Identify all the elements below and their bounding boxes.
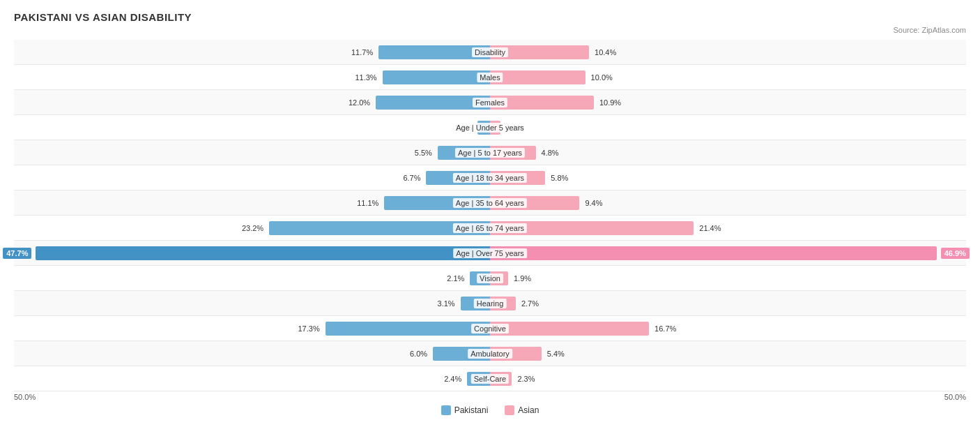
chart-row: 11.3%10.0%Males	[14, 65, 966, 90]
bar-pakistani	[36, 246, 490, 260]
axis-right: 50.0%	[944, 393, 966, 401]
chart-row: 3.1%2.7%Hearing	[14, 291, 966, 316]
value-pakistani: 3.1%	[438, 299, 458, 308]
bar-asian	[490, 246, 937, 260]
row-label: Age | 65 to 74 years	[453, 223, 527, 233]
value-pakistani: 17.3%	[298, 324, 322, 333]
value-asian: 21.4%	[696, 224, 721, 232]
legend-pakistani-box	[441, 405, 451, 415]
chart-row: 2.4%2.3%Self-Care	[14, 366, 966, 391]
chart-row: 6.7%5.8%Age | 18 to 34 years	[14, 165, 966, 190]
legend: Pakistani Asian	[14, 405, 966, 415]
chart-row: 23.2%21.4%Age | 65 to 74 years	[14, 216, 966, 241]
chart-row: 6.0%5.4%Ambulatory	[14, 341, 966, 366]
row-label: Vision	[477, 274, 503, 283]
value-asian: 2.3%	[514, 375, 535, 383]
row-label: Age | 35 to 64 years	[453, 198, 527, 208]
row-label: Age | 18 to 34 years	[453, 173, 527, 183]
legend-asian-label: Asian	[518, 405, 539, 415]
axis-labels: 50.0% 50.0%	[14, 393, 966, 401]
value-asian: 9.4%	[582, 199, 602, 207]
value-asian: 10.4%	[592, 48, 616, 57]
chart-area: 11.7%10.4%Disability11.3%10.0%Males12.0%…	[14, 40, 966, 391]
value-asian: 5.8%	[548, 174, 568, 182]
chart-row: 11.1%9.4%Age | 35 to 64 years	[14, 190, 966, 216]
chart-row: 11.7%10.4%Disability	[14, 40, 966, 65]
legend-pakistani-label: Pakistani	[454, 405, 489, 415]
value-pakistani: 11.7%	[351, 48, 376, 57]
legend-asian: Asian	[505, 405, 539, 415]
row-label: Disability	[472, 47, 508, 57]
row-label: Females	[473, 98, 507, 107]
row-label: Age | 5 to 17 years	[455, 148, 525, 158]
value-asian: 46.9%	[941, 248, 970, 259]
row-label: Self-Care	[471, 374, 509, 384]
value-asian: 1.9%	[511, 274, 531, 283]
value-asian: 10.0%	[588, 73, 613, 82]
value-pakistani: 47.7%	[3, 248, 31, 259]
chart-row: 47.7%46.9%Age | Over 75 years	[14, 241, 966, 266]
value-pakistani: 6.0%	[410, 350, 430, 358]
value-asian: 16.7%	[652, 324, 676, 333]
chart-row: 17.3%16.7%Cognitive	[14, 316, 966, 341]
value-pakistani: 12.0%	[349, 98, 373, 107]
chart-title: PAKISTANI VS ASIAN DISABILITY	[14, 11, 966, 23]
legend-asian-box	[505, 405, 514, 415]
bar-pakistani	[326, 322, 490, 336]
bar-asian	[490, 70, 585, 84]
value-asian: 10.9%	[597, 98, 621, 107]
row-label: Hearing	[474, 299, 507, 308]
value-asian: 5.4%	[544, 350, 565, 358]
row-label: Cognitive	[471, 324, 509, 334]
value-pakistani: 6.7%	[403, 174, 423, 182]
value-pakistani: 2.4%	[444, 375, 464, 383]
chart-row: 5.5%4.8%Age | 5 to 17 years	[14, 140, 966, 165]
value-pakistani: 2.1%	[447, 274, 467, 283]
chart-row: 1.3%1.1%Age | Under 5 years	[14, 115, 966, 140]
source-label: Source: ZipAtlas.com	[14, 26, 966, 34]
chart-row: 12.0%10.9%Females	[14, 90, 966, 115]
bar-pakistani	[383, 70, 490, 84]
value-pakistani: 11.3%	[355, 73, 379, 82]
row-label: Age | Over 75 years	[453, 248, 527, 258]
legend-pakistani: Pakistani	[441, 405, 489, 415]
value-pakistani: 11.1%	[357, 199, 381, 207]
row-label: Age | Under 5 years	[453, 123, 527, 133]
bar-asian	[490, 322, 649, 336]
row-label: Males	[477, 73, 503, 82]
value-pakistani: 23.2%	[242, 224, 266, 232]
chart-row: 2.1%1.9%Vision	[14, 266, 966, 291]
axis-left: 50.0%	[14, 393, 36, 401]
value-pakistani: 5.5%	[415, 149, 435, 157]
row-label: Ambulatory	[468, 349, 512, 359]
value-asian: 2.7%	[519, 299, 539, 308]
value-asian: 4.8%	[539, 149, 559, 157]
